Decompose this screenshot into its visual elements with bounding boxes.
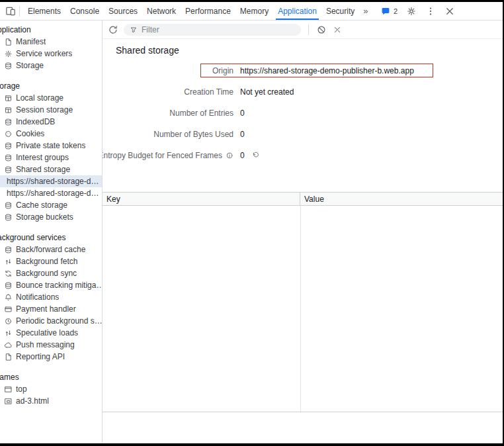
reset-icon[interactable]	[251, 152, 259, 159]
device-toolbar-icon[interactable]	[5, 6, 16, 17]
tab-elements[interactable]: Elements	[23, 2, 65, 20]
column-header-key[interactable]: Key	[103, 193, 300, 205]
clear-icon[interactable]	[316, 24, 327, 35]
up-down-arrows-icon	[4, 329, 13, 337]
section-background-services: Background services Back/forward cache B…	[0, 232, 103, 363]
devtools-body: Application Manifest Service workers Sto…	[0, 21, 503, 443]
sidebar-item-storage[interactable]: Storage	[0, 60, 103, 71]
filter-placeholder: Filter	[142, 25, 159, 34]
sidebar-item-cache-storage[interactable]: Cache storage	[0, 199, 103, 211]
section-title-storage[interactable]: Storage	[0, 80, 103, 92]
tab-memory[interactable]: Memory	[235, 2, 273, 20]
sidebar-item-back-forward-cache[interactable]: Back/forward cache	[0, 244, 103, 255]
payment-card-icon	[4, 305, 13, 314]
tab-performance[interactable]: Performance	[181, 2, 235, 20]
sidebar-item-cookies[interactable]: Cookies	[0, 128, 103, 140]
item-label: Bounce tracking mitiga…	[16, 281, 103, 290]
item-label: Service workers	[16, 49, 72, 58]
item-label: Push messaging	[16, 340, 75, 349]
sidebar-item-interest-groups[interactable]: Interest groups	[0, 152, 103, 163]
field-row-number-of-bytes-used: Number of Bytes Used 0	[103, 128, 503, 140]
tab-network[interactable]: Network	[142, 2, 181, 20]
column-header-value[interactable]: Value	[300, 193, 503, 205]
field-label-entropy-budget: Entropy Budget for Fenced Frames	[103, 151, 240, 160]
section-application: Application Manifest Service workers Sto…	[0, 24, 103, 71]
database-icon	[4, 118, 13, 126]
sidebar-item-indexeddb[interactable]: IndexedDB	[0, 116, 103, 128]
sidebar-item-session-storage[interactable]: Session storage	[0, 104, 103, 116]
sidebar-item-speculative-loads[interactable]: Speculative loads	[0, 327, 103, 339]
field-value-number-of-bytes-used: 0	[240, 130, 245, 139]
filter-input[interactable]: Filter	[124, 24, 301, 36]
frame-icon	[4, 385, 13, 394]
sidebar-item-service-workers[interactable]: Service workers	[0, 48, 103, 60]
database-icon	[4, 165, 13, 174]
close-icon[interactable]	[444, 6, 455, 17]
sidebar-item-reporting-api[interactable]: Reporting API	[0, 351, 103, 363]
tab-application[interactable]: Application	[273, 2, 321, 20]
entries-table-body[interactable]	[103, 206, 503, 412]
sync-arrows-icon	[4, 269, 13, 278]
section-frames: Frames top ad-3.html	[0, 371, 103, 407]
field-value-creation-time: Not yet created	[240, 87, 294, 97]
section-title-background-services[interactable]: Background services	[0, 232, 103, 244]
sidebar-item-shared-storage[interactable]: Shared storage	[0, 163, 103, 175]
sidebar-item-shared-storage-origin-1[interactable]: https://shared-storage-d…	[0, 175, 103, 187]
item-label: Manifest	[16, 37, 46, 46]
bell-icon	[4, 293, 13, 302]
table-icon	[4, 94, 13, 103]
database-icon	[4, 142, 13, 150]
shared-storage-panel: Filter Shared storage Origin https://sha…	[103, 21, 503, 443]
document-icon	[4, 353, 13, 361]
sidebar-item-manifest[interactable]: Manifest	[0, 36, 103, 48]
sidebar-item-frame-top[interactable]: top	[0, 383, 103, 395]
sidebar-item-payment-handler[interactable]: Payment handler	[0, 303, 103, 315]
section-title-application[interactable]: Application	[0, 24, 103, 36]
more-options-icon[interactable]	[425, 6, 436, 17]
section-title-frames[interactable]: Frames	[0, 371, 103, 383]
sidebar-item-shared-storage-origin-2[interactable]: https://shared-storage-d…	[0, 187, 103, 199]
sidebar-item-push-messaging[interactable]: Push messaging	[0, 339, 103, 351]
document-icon	[4, 38, 13, 46]
sidebar-item-frame-ad-3[interactable]: ad-3.html	[0, 395, 103, 407]
info-icon	[226, 152, 233, 159]
item-label: Interest groups	[16, 153, 69, 162]
table-icon	[4, 106, 13, 114]
item-label: Back/forward cache	[16, 245, 85, 254]
item-label: https://shared-storage-d…	[7, 177, 99, 186]
more-tabs-button[interactable]: »	[359, 2, 372, 20]
field-label-number-of-entries: Number of Entries	[103, 109, 240, 118]
iframe-icon	[4, 397, 13, 406]
tabbar-actions: 2	[380, 2, 503, 20]
sidebar-item-background-sync[interactable]: Background sync	[0, 267, 103, 279]
refresh-icon[interactable]	[108, 24, 118, 35]
item-label: Storage buckets	[16, 212, 73, 222]
field-row-origin: Origin https://shared-storage-demo-publi…	[103, 65, 503, 77]
tab-console[interactable]: Console	[65, 2, 104, 20]
sidebar-item-periodic-background-sync[interactable]: Periodic background s…	[0, 315, 103, 327]
sidebar-item-private-state-tokens[interactable]: Private state tokens	[0, 140, 103, 152]
database-icon	[4, 213, 13, 222]
issues-counter[interactable]: 2	[380, 6, 398, 17]
field-value-origin: https://shared-storage-demo-publisher-b.…	[240, 66, 414, 75]
field-value-entropy-budget: 0	[240, 151, 259, 160]
cloud-icon	[4, 341, 13, 349]
item-label: Background sync	[16, 269, 77, 278]
item-label: Shared storage	[16, 165, 70, 174]
clear-filter-icon[interactable]	[332, 24, 343, 35]
sidebar-item-bounce-tracking-mitigations[interactable]: Bounce tracking mitiga…	[0, 279, 103, 291]
item-label: Session storage	[16, 105, 73, 114]
item-label: Cache storage	[16, 201, 67, 210]
tab-sources[interactable]: Sources	[104, 2, 142, 20]
sidebar-item-notifications[interactable]: Notifications	[0, 291, 103, 303]
sidebar-item-local-storage[interactable]: Local storage	[0, 92, 103, 104]
database-icon	[4, 154, 13, 162]
item-label: ad-3.html	[16, 396, 49, 406]
issues-count: 2	[394, 7, 398, 15]
tab-security[interactable]: Security	[321, 2, 359, 20]
field-value-number-of-entries: 0	[240, 109, 245, 118]
gear-icon[interactable]	[406, 6, 417, 17]
sidebar-item-background-fetch[interactable]: Background fetch	[0, 255, 103, 267]
section-storage: Storage Local storage Session storage In…	[0, 80, 103, 223]
sidebar-item-storage-buckets[interactable]: Storage buckets	[0, 211, 103, 223]
